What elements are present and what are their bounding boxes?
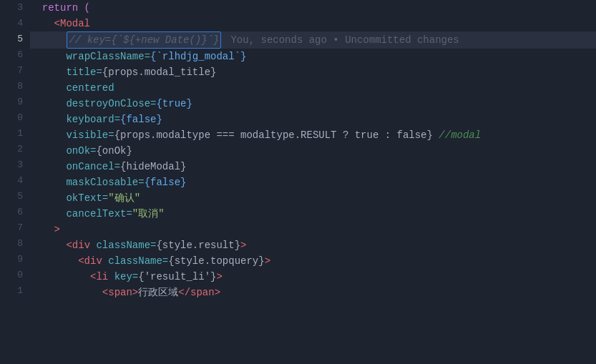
code-token: keyboard= — [66, 112, 120, 127]
line-num: 0 — [6, 267, 23, 283]
code-token — [30, 159, 66, 174]
code-token — [30, 127, 66, 143]
code-token: cancelText= — [66, 206, 132, 222]
code-token — [30, 190, 66, 206]
code-token: centered — [66, 80, 114, 96]
code-line: > — [30, 222, 596, 237]
code-token: "取消" — [132, 206, 165, 222]
code-token: {props.modal_title} — [102, 64, 217, 80]
code-token — [30, 32, 66, 48]
line-num: 7 — [6, 220, 23, 236]
code-token: title= — [66, 64, 102, 80]
code-line: keyboard={false} — [30, 112, 596, 127]
code-token — [30, 285, 102, 300]
code-token: //modal — [433, 127, 481, 143]
line-num: 3 — [6, 0, 23, 16]
code-token: destroyOnClose= — [66, 96, 156, 112]
code-token: <Modal — [54, 16, 90, 31]
code-line-active: // key={`${+new Date()}`}You, seconds ag… — [30, 31, 596, 49]
git-uncommitted: Uncommitted changes — [345, 34, 459, 46]
line-num: 8 — [6, 79, 23, 94]
code-token — [30, 253, 78, 269]
code-token: onOk= — [66, 143, 96, 159]
code-token: maskClosable= — [66, 174, 144, 190]
git-bullet: • — [333, 34, 338, 46]
line-num: 8 — [6, 236, 23, 252]
line-num: 9 — [6, 94, 23, 110]
code-token: className= — [102, 253, 168, 269]
code-line: okText="确认" — [30, 190, 596, 206]
code-token: <div — [78, 253, 102, 269]
line-num: 6 — [6, 205, 23, 220]
code-token — [30, 16, 54, 31]
code-token: 行政区域 — [138, 285, 178, 300]
code-token: className= — [90, 237, 156, 253]
code-line: return ( — [30, 0, 596, 16]
code-token: > — [30, 222, 60, 237]
code-token: return ( — [30, 0, 90, 16]
code-token — [30, 80, 66, 96]
line-num: 7 — [6, 63, 23, 79]
code-token: onCancel= — [66, 159, 120, 174]
code-token — [30, 96, 66, 112]
code-token: okText= — [66, 190, 108, 206]
code-token: > — [216, 269, 222, 285]
code-token: {style.result} — [156, 237, 240, 253]
code-token — [30, 49, 66, 64]
code-editor: 3 4 5 6 7 8 9 0 1 2 3 4 5 6 7 8 9 0 1 re… — [0, 0, 596, 364]
code-token: {false} — [145, 174, 187, 190]
code-token: {true} — [156, 96, 192, 112]
line-num: 1 — [6, 283, 23, 299]
code-line: maskClosable={false} — [30, 174, 596, 190]
line-numbers: 3 4 5 6 7 8 9 0 1 2 3 4 5 6 7 8 9 0 1 — [0, 0, 30, 364]
line-num: 4 — [6, 173, 23, 189]
code-token: {'result_li'} — [138, 269, 216, 285]
code-line: cancelText="取消" — [30, 206, 596, 222]
code-line: centered — [30, 80, 596, 96]
code-token: {style.topquery} — [168, 253, 264, 269]
code-token — [30, 64, 66, 80]
code-token — [30, 174, 66, 190]
line-num-active: 5 — [6, 31, 23, 47]
code-token: wrapClassName= — [66, 49, 150, 64]
line-num: 3 — [6, 157, 23, 173]
code-line: <li key={'result_li'}> — [30, 269, 596, 285]
code-token: {`rlhdjg_modal`} — [150, 49, 246, 64]
code-line: <Modal — [30, 16, 596, 31]
code-token: "确认" — [108, 190, 140, 206]
code-line: destroyOnClose={true} — [30, 96, 596, 112]
code-token: <li — [90, 269, 108, 285]
code-token: </span> — [178, 285, 220, 300]
code-line: onCancel={hideModal} — [30, 159, 596, 174]
code-token: > — [240, 237, 246, 253]
line-num: 1 — [6, 126, 23, 142]
code-token — [30, 237, 66, 253]
line-num: 5 — [6, 189, 23, 205]
highlighted-comment: // key={`${+new Date()}`} — [67, 31, 221, 49]
code-line: title={props.modal_title} — [30, 64, 596, 80]
code-token: > — [265, 253, 270, 269]
line-num: 2 — [6, 142, 23, 157]
code-token — [30, 143, 66, 159]
git-seconds: seconds ago — [260, 34, 326, 46]
line-num: 0 — [6, 110, 23, 126]
code-area: 3 4 5 6 7 8 9 0 1 2 3 4 5 6 7 8 9 0 1 re… — [0, 0, 596, 364]
code-token: key= — [108, 269, 138, 285]
line-num: 4 — [6, 16, 23, 31]
line-num: 6 — [6, 47, 23, 63]
line-num: 9 — [6, 252, 23, 267]
code-token: {hideModal} — [120, 159, 186, 174]
code-token: {onOk} — [96, 143, 132, 159]
code-token: <div — [66, 237, 90, 253]
code-token — [30, 206, 66, 222]
code-line: visible={props.modaltype === modaltype.R… — [30, 127, 596, 143]
code-token: <span> — [102, 285, 138, 300]
code-token: {props.modaltype === modaltype.RESULT ? … — [114, 127, 433, 143]
code-line: wrapClassName={`rlhdjg_modal`} — [30, 49, 596, 64]
code-content[interactable]: return ( <Modal // key={`${+new Date()}`… — [30, 0, 596, 364]
code-line: <div className={style.result}> — [30, 237, 596, 253]
code-token — [30, 112, 66, 127]
code-token — [30, 269, 90, 285]
code-line: <span>行政区域</span> — [30, 285, 596, 300]
code-line: <div className={style.topquery}> — [30, 253, 596, 269]
